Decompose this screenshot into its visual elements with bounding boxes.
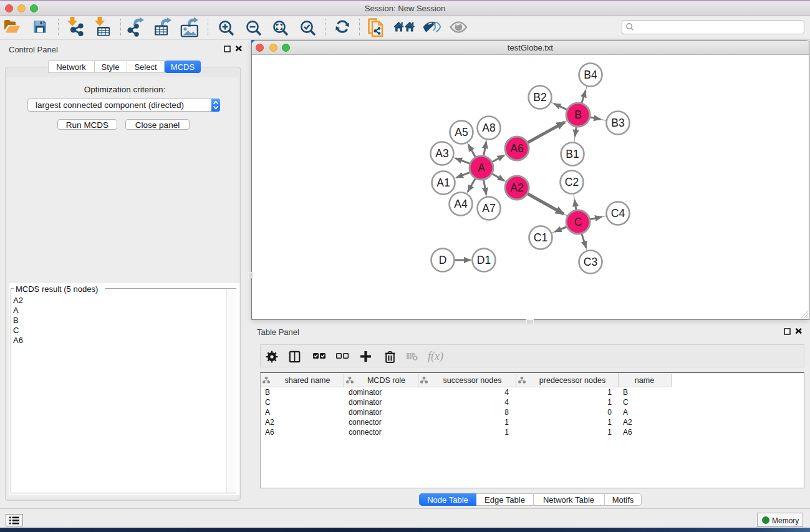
svg-text:A: A (478, 162, 485, 174)
svg-text:A4: A4 (454, 198, 468, 210)
svg-text:D: D (439, 254, 447, 266)
svg-text:A8: A8 (482, 122, 495, 134)
svg-text:C2: C2 (565, 176, 579, 188)
svg-text:A1: A1 (436, 177, 450, 189)
svg-text:A6: A6 (510, 142, 523, 155)
svg-text:C3: C3 (584, 256, 597, 268)
svg-text:C1: C1 (534, 231, 547, 244)
svg-text:B2: B2 (533, 91, 546, 104)
svg-text:C4: C4 (611, 207, 625, 220)
svg-text:A2: A2 (510, 181, 523, 194)
svg-text:B1: B1 (566, 148, 579, 160)
svg-text:A5: A5 (455, 126, 468, 138)
svg-text:B: B (574, 109, 582, 121)
svg-text:A3: A3 (435, 147, 448, 160)
svg-text:A7: A7 (482, 202, 495, 215)
svg-text:D1: D1 (477, 254, 491, 266)
svg-text:B3: B3 (611, 117, 624, 129)
svg-text:B4: B4 (584, 69, 597, 81)
svg-text:C: C (574, 216, 582, 228)
